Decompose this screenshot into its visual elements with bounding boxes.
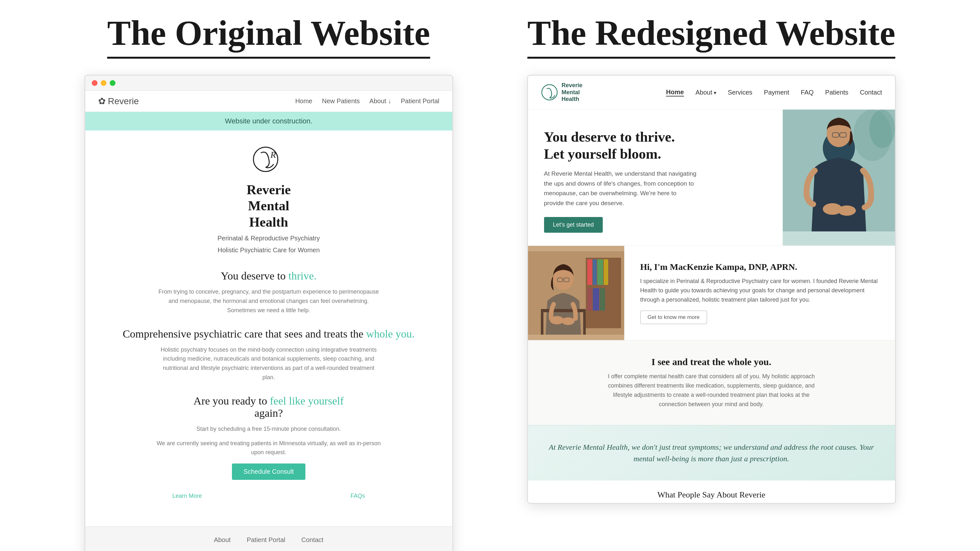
svg-rect-18 bbox=[604, 259, 608, 285]
redesigned-about-heading: Hi, I'm MacKenzie Kampa, DNP, APRN. bbox=[640, 262, 879, 272]
nav-link-about[interactable]: About ↓ bbox=[369, 97, 391, 105]
svg-point-30 bbox=[562, 318, 574, 325]
original-whole-body: Holistic psychiatry focuses on the mind-… bbox=[156, 345, 381, 382]
redesigned-nav-about[interactable]: About bbox=[695, 89, 716, 96]
svg-rect-20 bbox=[593, 288, 599, 311]
original-link-learn-more[interactable]: Learn More bbox=[172, 491, 202, 501]
svg-rect-16 bbox=[593, 259, 597, 285]
redesigned-about-button[interactable]: Get to know me more bbox=[640, 311, 707, 324]
original-section-whole: Comprehensive psychiatric care that sees… bbox=[105, 328, 433, 382]
svg-rect-21 bbox=[600, 288, 605, 311]
svg-rect-28 bbox=[583, 312, 586, 335]
svg-rect-17 bbox=[597, 259, 603, 285]
browser-dot-red bbox=[92, 80, 97, 86]
redesigned-nav-links: Home About Services Payment FAQ Patients… bbox=[666, 89, 882, 97]
original-thrive-heading: You deserve to thrive. bbox=[105, 270, 433, 282]
svg-text:R: R bbox=[270, 150, 276, 160]
nav-link-patient-portal[interactable]: Patient Portal bbox=[401, 97, 439, 105]
original-cta-body1: Start by scheduling a free 15-minute pho… bbox=[156, 424, 381, 433]
svg-point-12 bbox=[838, 205, 856, 216]
original-logo-circle: R bbox=[250, 143, 288, 175]
redesigned-about-image bbox=[528, 246, 624, 340]
original-tagline2: Holistic Psychiatric Care for Women bbox=[105, 246, 433, 254]
redesigned-nav-home[interactable]: Home bbox=[666, 89, 684, 97]
footer-link-contact[interactable]: Contact bbox=[301, 536, 323, 544]
redesigned-services-body: I offer complete mental health care that… bbox=[599, 372, 824, 409]
hero-person-svg bbox=[783, 110, 895, 232]
nav-link-home[interactable]: Home bbox=[295, 97, 312, 105]
hero-heading-2: Let yourself bloom. bbox=[544, 146, 661, 162]
thrive-plain: You deserve to bbox=[221, 270, 288, 282]
redesigned-column: The Redesigned Website ReverieMentalHeal… bbox=[503, 13, 920, 504]
svg-rect-15 bbox=[587, 259, 592, 285]
comparison-container: The Original Website ✿ Reverie Home New … bbox=[19, 13, 961, 538]
original-column: The Original Website ✿ Reverie Home New … bbox=[60, 13, 477, 551]
redesigned-logo-text: ReverieMentalHealth bbox=[562, 82, 582, 103]
redesigned-nav-patients[interactable]: Patients bbox=[825, 89, 848, 96]
whole-accent: whole you. bbox=[366, 328, 414, 340]
original-cta-body2: We are currently seeing and treating pat… bbox=[156, 439, 381, 457]
redesigned-hero-text: You deserve to thrive. Let yourself bloo… bbox=[528, 110, 783, 246]
redesigned-hero-image bbox=[783, 110, 895, 246]
redesigned-nav: ReverieMentalHealth Home About Services … bbox=[528, 76, 895, 110]
svg-rect-27 bbox=[541, 312, 543, 335]
svg-point-29 bbox=[550, 316, 564, 324]
original-tagline1: Perinatal & Reproductive Psychiatry bbox=[105, 235, 433, 242]
original-mockup: ✿ Reverie Home New Patients About ↓ Pati… bbox=[84, 75, 453, 551]
browser-dot-yellow bbox=[101, 80, 107, 86]
redesigned-about-section: Hi, I'm MacKenzie Kampa, DNP, APRN. I sp… bbox=[528, 246, 895, 340]
original-nav-links: Home New Patients About ↓ Patient Portal bbox=[295, 97, 439, 105]
original-footer: About Patient Portal Contact bbox=[85, 526, 452, 551]
original-brand-name: ReverieMentalHealth bbox=[105, 182, 433, 230]
original-section-thrive: You deserve to thrive. From trying to co… bbox=[105, 270, 433, 315]
footer-link-patient-portal[interactable]: Patient Portal bbox=[247, 536, 285, 544]
redesigned-hero-body: At Reverie Mental Health, we understand … bbox=[544, 169, 698, 208]
original-cta-heading: Are you ready to feel like yourselfagain… bbox=[105, 395, 433, 419]
original-body: R ReverieMentalHealth Perinatal & Reprod… bbox=[85, 130, 452, 526]
redesigned-quote-section: At Reverie Mental Health, we don't just … bbox=[528, 425, 895, 481]
svg-point-5 bbox=[869, 110, 895, 148]
redesigned-logo: ReverieMentalHealth bbox=[541, 82, 582, 103]
redesigned-about-body: I specialize in Perinatal & Reproductive… bbox=[640, 276, 879, 304]
footer-link-about[interactable]: About bbox=[214, 536, 231, 544]
browser-bar bbox=[85, 76, 452, 91]
original-nav-logo: ✿ Reverie bbox=[98, 96, 139, 106]
original-link-faqs[interactable]: FAQs bbox=[351, 491, 365, 501]
original-title: The Original Website bbox=[107, 13, 430, 59]
svg-rect-19 bbox=[587, 288, 592, 311]
browser-dot-green bbox=[110, 80, 116, 86]
redesigned-testimonials-heading: What People Say About Reverie bbox=[528, 481, 895, 503]
redesigned-nav-faq[interactable]: FAQ bbox=[801, 89, 813, 96]
original-hero: R ReverieMentalHealth Perinatal & Reprod… bbox=[105, 143, 433, 254]
redesigned-nav-payment[interactable]: Payment bbox=[764, 89, 789, 96]
hero-heading-1: You deserve to thrive. bbox=[544, 129, 675, 145]
svg-rect-26 bbox=[541, 309, 586, 312]
redesigned-hero: You deserve to thrive. Let yourself bloo… bbox=[528, 110, 895, 246]
original-schedule-button[interactable]: Schedule Consult bbox=[232, 464, 305, 480]
redesigned-nav-contact[interactable]: Contact bbox=[860, 89, 882, 96]
redesigned-hero-heading: You deserve to thrive. Let yourself bloo… bbox=[544, 129, 767, 163]
cta-accent: feel like yourself bbox=[270, 395, 344, 407]
original-thrive-body: From trying to conceive, pregnancy, and … bbox=[156, 287, 381, 315]
nav-link-new-patients[interactable]: New Patients bbox=[322, 97, 360, 105]
redesigned-mockup: ReverieMentalHealth Home About Services … bbox=[527, 75, 896, 504]
redesigned-services-heading: I see and treat the whole you. bbox=[547, 356, 876, 367]
original-whole-heading: Comprehensive psychiatric care that sees… bbox=[105, 328, 433, 340]
redesigned-nav-services[interactable]: Services bbox=[728, 89, 752, 96]
original-nav: ✿ Reverie Home New Patients About ↓ Pati… bbox=[85, 91, 452, 112]
redesigned-about-text: Hi, I'm MacKenzie Kampa, DNP, APRN. I sp… bbox=[624, 246, 895, 340]
redesigned-quote-text: At Reverie Mental Health, we don't just … bbox=[547, 441, 876, 464]
redesigned-services-section: I see and treat the whole you. I offer c… bbox=[528, 340, 895, 425]
original-banner: Website under construction. bbox=[85, 112, 452, 130]
redesigned-title: The Redesigned Website bbox=[527, 13, 895, 59]
redesigned-hero-button[interactable]: Let's get started bbox=[544, 217, 603, 233]
thrive-accent: thrive. bbox=[288, 270, 317, 282]
about-person-svg bbox=[528, 251, 624, 335]
original-cta-section: Are you ready to feel like yourselfagain… bbox=[105, 395, 433, 501]
redesigned-logo-icon bbox=[541, 84, 558, 101]
